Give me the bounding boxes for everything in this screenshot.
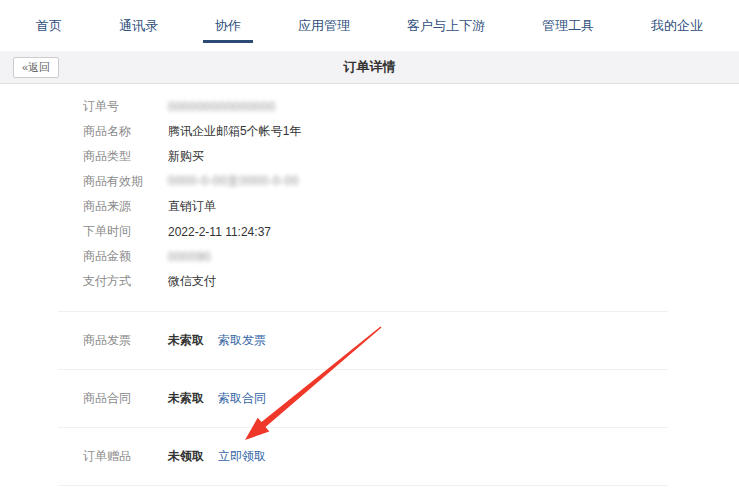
field-row-payment-method: 支付方式 微信支付 xyxy=(58,269,668,294)
bottom-divider xyxy=(58,485,668,486)
masked-field-value: 000000000000000 xyxy=(168,100,276,114)
field-label: 下单时间 xyxy=(83,223,168,240)
top-nav: 首页 通讯录 协作 应用管理 客户与上下游 管理工具 我的企业 xyxy=(0,0,739,51)
tab-app-management[interactable]: 应用管理 xyxy=(284,0,364,51)
invoice-status: 未索取 xyxy=(168,332,204,349)
gift-status: 未领取 xyxy=(168,448,204,465)
tab-contacts[interactable]: 通讯录 xyxy=(105,0,172,51)
invoice-section: 商品发票 未索取 索取发票 xyxy=(58,311,668,369)
field-row-invoice: 商品发票 未索取 索取发票 xyxy=(58,328,668,353)
field-label: 订单赠品 xyxy=(83,448,168,465)
field-label: 支付方式 xyxy=(83,273,168,290)
field-value: 直销订单 xyxy=(168,198,216,215)
field-row-order-time: 下单时间 2022-2-11 11:24:37 xyxy=(58,219,668,244)
field-value: 腾讯企业邮箱5个帐号1年 xyxy=(168,123,301,140)
field-row-product-source: 商品来源 直销订单 xyxy=(58,194,668,219)
page-header: «返回 订单详情 xyxy=(0,51,739,84)
field-label: 商品合同 xyxy=(83,390,168,407)
back-button[interactable]: «返回 xyxy=(13,57,59,78)
field-label: 商品类型 xyxy=(83,148,168,165)
tab-collaboration[interactable]: 协作 xyxy=(201,0,255,51)
field-value: 2022-2-11 11:24:37 xyxy=(168,225,271,239)
request-contract-link[interactable]: 索取合同 xyxy=(218,390,266,407)
claim-gift-link[interactable]: 立即领取 xyxy=(218,448,266,465)
order-detail-page: 首页 通讯录 协作 应用管理 客户与上下游 管理工具 我的企业 «返回 订单详情… xyxy=(0,0,739,504)
tab-customers-updownstream[interactable]: 客户与上下游 xyxy=(393,0,499,51)
tab-admin-tools[interactable]: 管理工具 xyxy=(528,0,608,51)
field-row-validity-period: 商品有效期 0000-0-00至0000-0-00 xyxy=(58,169,668,194)
tab-my-enterprise[interactable]: 我的企业 xyxy=(637,0,717,51)
order-fields: 订单号 000000000000000 商品名称 腾讯企业邮箱5个帐号1年 商品… xyxy=(58,94,668,311)
field-value: 新购买 xyxy=(168,148,204,165)
contract-section: 商品合同 未索取 索取合同 xyxy=(58,369,668,427)
field-row-contract: 商品合同 未索取 索取合同 xyxy=(58,386,668,411)
page-title: 订单详情 xyxy=(0,58,739,76)
field-row-order-number: 订单号 000000000000000 xyxy=(58,94,668,119)
field-row-gift: 订单赠品 未领取 立即领取 xyxy=(58,444,668,469)
field-value: 微信支付 xyxy=(168,273,216,290)
masked-field-value: 000090 xyxy=(168,250,211,264)
field-row-product-name: 商品名称 腾讯企业邮箱5个帐号1年 xyxy=(58,119,668,144)
masked-field-value: 0000-0-00至0000-0-00 xyxy=(168,173,299,190)
field-label: 商品金额 xyxy=(83,248,168,265)
field-label: 商品来源 xyxy=(83,198,168,215)
field-label: 商品有效期 xyxy=(83,173,168,190)
field-label: 商品名称 xyxy=(83,123,168,140)
field-row-amount: 商品金额 000090 xyxy=(58,244,668,269)
request-invoice-link[interactable]: 索取发票 xyxy=(218,332,266,349)
gift-section: 订单赠品 未领取 立即领取 xyxy=(58,427,668,485)
contract-status: 未索取 xyxy=(168,390,204,407)
field-row-product-type: 商品类型 新购买 xyxy=(58,144,668,169)
field-label: 商品发票 xyxy=(83,332,168,349)
order-details: 订单号 000000000000000 商品名称 腾讯企业邮箱5个帐号1年 商品… xyxy=(58,84,668,486)
tab-home[interactable]: 首页 xyxy=(22,0,76,51)
field-label: 订单号 xyxy=(83,98,168,115)
